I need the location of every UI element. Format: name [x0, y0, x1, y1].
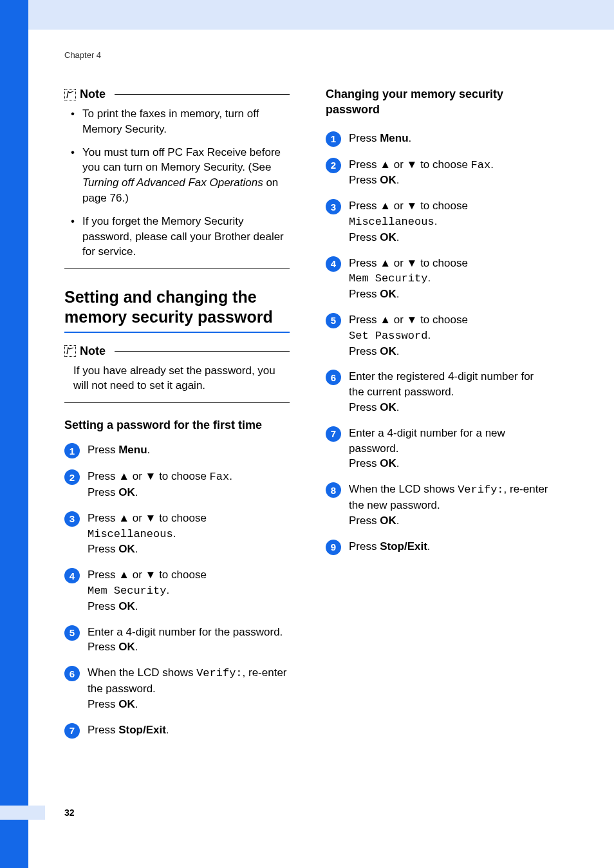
- step-text-run: .: [135, 600, 138, 612]
- step-text-run: Press: [349, 174, 380, 186]
- key-label: Menu: [380, 132, 408, 144]
- step-number-badge: 6: [64, 666, 80, 681]
- note-divider: [64, 269, 290, 269]
- step-text-run: to choose: [156, 512, 206, 524]
- step-text-run: Press: [349, 457, 380, 469]
- step-text-run: .: [135, 543, 138, 555]
- step-text-run: When the LCD shows: [349, 483, 458, 495]
- step-text-run: Press: [349, 132, 380, 144]
- key-label: OK: [118, 543, 135, 555]
- step-text-run: .: [147, 444, 151, 456]
- note-block-1: Note To print the faxes in memory, turn …: [64, 88, 290, 269]
- step-text-run: Press: [88, 444, 118, 456]
- step: 7Enter a 4-digit number for a new passwo…: [326, 426, 551, 471]
- step-text-run: Press: [349, 540, 380, 552]
- key-label: OK: [380, 231, 396, 243]
- section-heading: Setting and changing the memory security…: [64, 287, 290, 333]
- key-label: OK: [380, 401, 396, 413]
- key-label: OK: [380, 457, 396, 469]
- step-text-run: to choose: [417, 314, 467, 326]
- step-text-run: Press: [88, 724, 118, 736]
- step-text-run: or: [129, 569, 145, 581]
- note-rule: [115, 351, 290, 352]
- subsection-heading-first-time: Setting a password for the first time: [64, 419, 290, 432]
- step-number-badge: 7: [64, 723, 80, 739]
- step-body: Press ▲ or ▼ to choose Fax.Press OK.: [88, 469, 290, 500]
- step-number-badge: 2: [64, 469, 80, 485]
- step-text-run: Press: [88, 641, 118, 653]
- step-text-run: Press: [88, 600, 118, 612]
- step-text-run: .: [135, 486, 138, 498]
- step-body: When the LCD shows Verify:, re-enter the…: [349, 482, 551, 528]
- step-text-run: .: [490, 158, 494, 171]
- step-body: Press ▲ or ▼ to choose Miscellaneous.Pre…: [349, 198, 551, 245]
- note-heading: Note: [64, 344, 290, 358]
- note-item-text: To print the faxes in memory, turn off M…: [82, 108, 259, 135]
- key-label: OK: [380, 174, 396, 186]
- step-number-badge: 5: [326, 313, 341, 328]
- lcd-text: Verify:: [458, 484, 503, 496]
- step-number-badge: 7: [326, 426, 341, 442]
- step-text-run: Press: [88, 486, 118, 498]
- note-title: Note: [80, 344, 106, 358]
- step: 8When the LCD shows Verify:, re-enter th…: [326, 482, 551, 528]
- step-text-run: to choose: [156, 569, 206, 581]
- down-arrow-icon: ▼: [407, 257, 418, 269]
- step-text-run: or: [391, 314, 407, 326]
- step-text-run: Press: [349, 257, 380, 269]
- down-arrow-icon: ▼: [407, 158, 418, 171]
- step-text-run: Press: [349, 288, 380, 300]
- bottom-accent-tab: [0, 806, 45, 820]
- step-text-run: .: [427, 540, 431, 552]
- step-text-run: .: [434, 215, 438, 227]
- step-text-run: Press: [349, 200, 380, 212]
- step-text-run: Press: [349, 345, 380, 357]
- up-arrow-icon: ▲: [380, 200, 391, 212]
- note-list-item: You must turn off PC Fax Receive before …: [73, 145, 290, 206]
- page-header: Chapter 4: [64, 50, 554, 60]
- key-label: OK: [380, 345, 396, 357]
- step: 7Press Stop/Exit.: [64, 722, 290, 739]
- key-label: Menu: [118, 444, 147, 456]
- key-label: OK: [118, 698, 135, 710]
- step: 5Enter a 4-digit number for the password…: [64, 625, 290, 656]
- step: 2Press ▲ or ▼ to choose Fax.Press OK.: [326, 157, 551, 189]
- note-list: To print the faxes in memory, turn off M…: [64, 106, 290, 259]
- page: Chapter 4 Note To print the faxes in mem…: [0, 0, 614, 868]
- step-text-run: Press: [88, 569, 118, 581]
- step-text-run: .: [427, 272, 431, 284]
- step-text-run: to choose: [417, 200, 467, 212]
- note-body: If you have already set the password, yo…: [64, 363, 290, 394]
- step-text-run: When the LCD shows: [88, 666, 196, 679]
- down-arrow-icon: ▼: [145, 470, 156, 482]
- step-text-run: or: [129, 470, 145, 482]
- step: 6Enter the registered 4-digit number for…: [326, 369, 551, 415]
- note-list-item: To print the faxes in memory, turn off M…: [73, 106, 290, 137]
- step-text-run: .: [173, 527, 176, 540]
- step-text-run: Press: [349, 314, 380, 326]
- step-text-run: Press: [88, 543, 118, 555]
- step-text-run: Press: [349, 158, 380, 171]
- lcd-text: Fax: [471, 159, 491, 171]
- step: 5Press ▲ or ▼ to choose Set Password.Pre…: [326, 312, 551, 359]
- step-text-run: Press: [88, 512, 118, 524]
- step-number-badge: 1: [64, 443, 80, 458]
- step-number-badge: 9: [326, 540, 341, 555]
- step-text-run: Enter the registered 4-digit number for …: [349, 370, 534, 398]
- step-number-badge: 4: [326, 256, 341, 272]
- step-text-run: or: [391, 257, 407, 269]
- step-text-run: Press: [88, 698, 118, 710]
- step-text-run: .: [396, 457, 400, 469]
- step: 4Press ▲ or ▼ to choose Mem Security.Pre…: [326, 256, 551, 302]
- step-body: Press Stop/Exit.: [88, 722, 290, 738]
- lcd-text: Mem Security: [88, 585, 166, 597]
- note-item-link[interactable]: Turning off Advanced Fax Operations: [82, 176, 263, 189]
- step-text-run: .: [396, 231, 400, 243]
- note-item-text: If you forget the Memory Security passwo…: [82, 215, 284, 258]
- step: 3Press ▲ or ▼ to choose Miscellaneous.Pr…: [326, 198, 551, 245]
- step-text-run: .: [166, 584, 169, 596]
- step-text-run: .: [396, 514, 400, 527]
- content-columns: Note To print the faxes in memory, turn …: [64, 88, 554, 749]
- step-body: Press ▲ or ▼ to choose Fax.Press OK.: [349, 157, 551, 189]
- step-text-run: .: [396, 345, 400, 357]
